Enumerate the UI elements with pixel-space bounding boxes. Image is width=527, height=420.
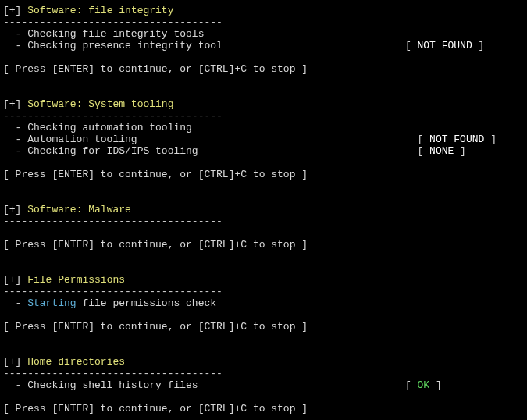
section-title: Software: System tooling bbox=[27, 98, 173, 110]
section-title: Home directories bbox=[27, 356, 125, 368]
divider: ------------------------------------ bbox=[3, 368, 524, 379]
status-not-found: NOT FOUND bbox=[429, 133, 484, 145]
divider: ------------------------------------ bbox=[3, 215, 524, 227]
status-not-found: NOT FOUND bbox=[418, 40, 472, 52]
starting-label: Starting bbox=[27, 297, 76, 309]
divider: ------------------------------------ bbox=[3, 286, 524, 297]
section-header: [+] Home directories bbox=[3, 356, 524, 368]
check-item: - Checking for IDS/IPS tooling [ NONE ] bbox=[3, 145, 524, 157]
check-item: - Checking automation tooling bbox=[3, 122, 524, 133]
section-title: Software: file integrity bbox=[27, 5, 173, 16]
blank-line bbox=[3, 180, 524, 192]
section-header: [+] File Permissions bbox=[3, 274, 524, 286]
divider: ------------------------------------ bbox=[3, 16, 524, 28]
check-item: - Automation tooling [ NOT FOUND ] bbox=[3, 133, 524, 145]
section-title: File Permissions bbox=[27, 274, 125, 286]
section-header: [+] Software: System tooling bbox=[3, 98, 524, 110]
section-title: Software: Malware bbox=[27, 204, 131, 215]
continue-prompt: [ Press [ENTER] to continue, or [CTRL]+C… bbox=[3, 321, 524, 333]
continue-prompt: [ Press [ENTER] to continue, or [CTRL]+C… bbox=[3, 239, 524, 251]
continue-prompt: [ Press [ENTER] to continue, or [CTRL]+C… bbox=[3, 63, 524, 75]
divider: ------------------------------------ bbox=[3, 110, 524, 122]
check-item: - Starting file permissions check bbox=[3, 297, 524, 309]
continue-prompt: [ Press [ENTER] to continue, or [CTRL]+C… bbox=[3, 169, 524, 180]
check-item: - Checking presence integrity tool [ NOT… bbox=[3, 40, 524, 52]
check-item: - Checking file integrity tools bbox=[3, 28, 524, 40]
blank-line bbox=[3, 157, 524, 169]
section-header: [+] Software: Malware bbox=[3, 204, 524, 215]
blank-line bbox=[3, 333, 524, 344]
blank-line bbox=[3, 262, 524, 274]
continue-prompt: [ Press [ENTER] to continue, or [CTRL]+C… bbox=[3, 403, 524, 415]
blank-line bbox=[3, 251, 524, 262]
status-none: NONE bbox=[429, 145, 454, 157]
terminal-output: [+] Software: file integrity -----------… bbox=[3, 5, 524, 415]
section-header: [+] Software: file integrity bbox=[3, 5, 524, 16]
blank-line bbox=[3, 52, 524, 63]
blank-line bbox=[3, 87, 524, 98]
blank-line bbox=[3, 227, 524, 239]
blank-line bbox=[3, 192, 524, 204]
blank-line bbox=[3, 391, 524, 403]
blank-line bbox=[3, 309, 524, 321]
blank-line bbox=[3, 344, 524, 356]
blank-line bbox=[3, 75, 524, 87]
check-item: - Checking shell history files [ OK ] bbox=[3, 379, 524, 391]
status-ok: OK bbox=[418, 379, 430, 391]
